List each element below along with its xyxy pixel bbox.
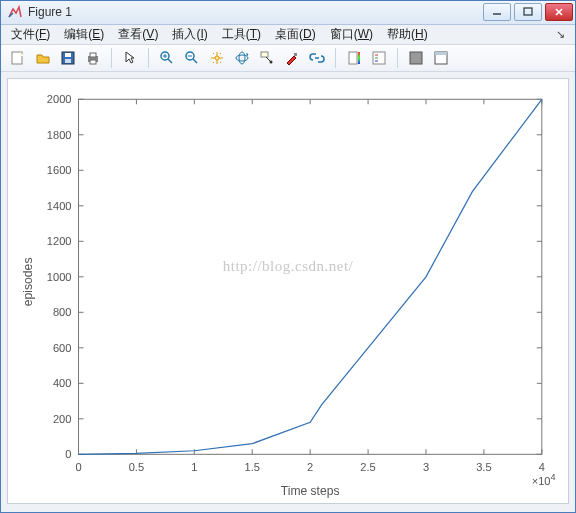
svg-rect-6 bbox=[65, 53, 71, 57]
y-tick-label: 1000 bbox=[47, 271, 72, 283]
pan-icon[interactable] bbox=[206, 47, 228, 69]
x-tick-label: 3 bbox=[423, 461, 429, 473]
y-tick-label: 800 bbox=[53, 306, 71, 318]
svg-rect-1 bbox=[524, 8, 532, 15]
dock-button[interactable]: ↘ bbox=[556, 28, 565, 41]
toolbar-separator bbox=[148, 48, 149, 68]
svg-rect-28 bbox=[373, 52, 385, 64]
rotate3d-icon[interactable] bbox=[231, 47, 253, 69]
x-tick-label: 2 bbox=[307, 461, 313, 473]
x-tick-label: 1 bbox=[191, 461, 197, 473]
svg-point-19 bbox=[236, 55, 248, 61]
menu-item-d[interactable]: 桌面(D) bbox=[275, 26, 316, 43]
svg-rect-34 bbox=[435, 52, 447, 55]
svg-line-16 bbox=[193, 59, 197, 63]
svg-rect-27 bbox=[358, 52, 360, 64]
x-tick-label: 4 bbox=[539, 461, 545, 473]
toolbar-separator bbox=[111, 48, 112, 68]
x-tick-label: 0 bbox=[75, 461, 81, 473]
matlab-icon bbox=[7, 4, 23, 20]
x-tick-label: 3.5 bbox=[476, 461, 491, 473]
data-cursor-icon[interactable] bbox=[256, 47, 278, 69]
print-icon[interactable] bbox=[82, 47, 104, 69]
axes[interactable]: 0200400600800100012001400160018002000 00… bbox=[8, 79, 568, 503]
svg-point-18 bbox=[215, 56, 219, 60]
zoom-out-icon[interactable] bbox=[181, 47, 203, 69]
new-figure-icon[interactable] bbox=[7, 47, 29, 69]
maximize-button[interactable] bbox=[514, 3, 542, 21]
svg-rect-10 bbox=[90, 60, 96, 64]
y-tick-label: 2000 bbox=[47, 93, 72, 105]
svg-rect-7 bbox=[65, 59, 71, 63]
brush-icon[interactable] bbox=[281, 47, 303, 69]
menu-item-h[interactable]: 帮助(H) bbox=[387, 26, 428, 43]
close-button[interactable] bbox=[545, 3, 573, 21]
y-tick-label: 600 bbox=[53, 342, 71, 354]
data-line bbox=[79, 99, 542, 454]
menu-item-w[interactable]: 窗口(W) bbox=[330, 26, 373, 43]
open-icon[interactable] bbox=[32, 47, 54, 69]
y-tick-label: 0 bbox=[65, 448, 71, 460]
svg-line-12 bbox=[168, 59, 172, 63]
svg-rect-24 bbox=[294, 53, 297, 56]
menu-item-v[interactable]: 查看(V) bbox=[118, 26, 158, 43]
figure-window: Figure 1 文件(F)编辑(E)查看(V)插入(I)工具(T)桌面(D)窗… bbox=[0, 0, 576, 513]
colorbar-icon[interactable] bbox=[343, 47, 365, 69]
y-tick-label: 1600 bbox=[47, 164, 72, 176]
x-tick-label: 0.5 bbox=[129, 461, 144, 473]
x-axis-label: Time steps bbox=[281, 484, 340, 498]
svg-rect-26 bbox=[349, 52, 357, 64]
toolbar bbox=[1, 45, 575, 72]
show-tools-icon[interactable] bbox=[430, 47, 452, 69]
menu-item-e[interactable]: 编辑(E) bbox=[64, 26, 104, 43]
svg-rect-21 bbox=[261, 52, 268, 57]
y-tick-label: 1400 bbox=[47, 200, 72, 212]
y-tick-label: 400 bbox=[53, 377, 71, 389]
x-tick-label: 2.5 bbox=[360, 461, 375, 473]
pointer-icon[interactable] bbox=[119, 47, 141, 69]
menu-item-t[interactable]: 工具(T) bbox=[222, 26, 261, 43]
svg-point-20 bbox=[239, 52, 245, 64]
x-tick-label: 1.5 bbox=[245, 461, 260, 473]
svg-rect-9 bbox=[90, 53, 96, 57]
hide-tools-icon[interactable] bbox=[405, 47, 427, 69]
window-buttons bbox=[483, 3, 573, 21]
figure-canvas: 0200400600800100012001400160018002000 00… bbox=[1, 72, 575, 512]
zoom-in-icon[interactable] bbox=[156, 47, 178, 69]
minimize-button[interactable] bbox=[483, 3, 511, 21]
y-tick-label: 1200 bbox=[47, 235, 72, 247]
x-exponent: ×104 bbox=[532, 472, 556, 487]
save-icon[interactable] bbox=[57, 47, 79, 69]
toolbar-separator bbox=[335, 48, 336, 68]
toolbar-separator bbox=[397, 48, 398, 68]
menu-item-i[interactable]: 插入(I) bbox=[172, 26, 207, 43]
window-title: Figure 1 bbox=[28, 5, 483, 19]
plot-panel[interactable]: 0200400600800100012001400160018002000 00… bbox=[7, 78, 569, 504]
title-bar: Figure 1 bbox=[1, 1, 575, 25]
svg-rect-35 bbox=[79, 99, 542, 454]
y-axis-label: episodes bbox=[21, 258, 35, 307]
menu-item-f[interactable]: 文件(F) bbox=[11, 26, 50, 43]
menu-bar: 文件(F)编辑(E)查看(V)插入(I)工具(T)桌面(D)窗口(W)帮助(H)… bbox=[1, 25, 575, 45]
y-tick-label: 200 bbox=[53, 413, 71, 425]
legend-icon[interactable] bbox=[368, 47, 390, 69]
svg-rect-32 bbox=[410, 52, 422, 64]
y-tick-label: 1800 bbox=[47, 129, 72, 141]
link-icon[interactable] bbox=[306, 47, 328, 69]
svg-point-23 bbox=[270, 61, 273, 64]
